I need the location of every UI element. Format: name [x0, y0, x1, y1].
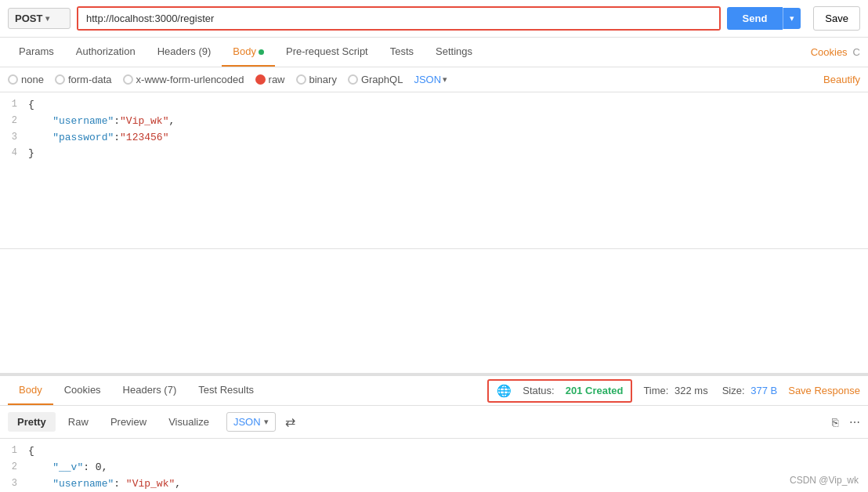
fmt-tab-raw[interactable]: Raw [59, 412, 98, 432]
res-line-3: 3 "username": "Vip_wk", [0, 476, 868, 492]
body-type-form-data[interactable]: form-data [55, 74, 112, 85]
url-input[interactable] [78, 8, 719, 29]
body-type-binary[interactable]: binary [296, 74, 337, 85]
tab-authorization[interactable]: Authorization [65, 38, 146, 67]
time-section: Time: 322 ms [632, 385, 718, 396]
req-line-2: 2 "username":"Vip_wk", [0, 114, 868, 130]
radio-urlencoded [123, 74, 133, 85]
method-label: POST [15, 13, 42, 24]
request-bar: POST ▾ Send ▾ Save [0, 0, 868, 38]
save-response-link[interactable]: Save Response [788, 385, 860, 396]
json-format-arrow: ▾ [264, 417, 269, 427]
fmt-tab-preview[interactable]: Preview [101, 412, 156, 432]
url-input-wrapper [77, 6, 721, 31]
response-section: Body Cookies Headers (7) Test Results 🌐 … [0, 374, 868, 492]
json-dropdown-icon: ▾ [443, 74, 447, 85]
tab-headers[interactable]: Headers (9) [146, 38, 222, 67]
tab-params[interactable]: Params [8, 38, 65, 67]
json-select-group[interactable]: JSON ▾ [414, 74, 447, 85]
response-tab-cookies[interactable]: Cookies [53, 376, 112, 405]
response-tab-body[interactable]: Body [8, 376, 53, 405]
body-type-bar: none form-data x-www-form-urlencoded raw… [0, 67, 868, 92]
body-type-raw[interactable]: raw [255, 74, 285, 85]
tab-body[interactable]: Body [222, 38, 275, 67]
globe-icon: 🌐 [497, 384, 512, 398]
req-line-3: 3 "password":"123456" [0, 130, 868, 147]
size-section: Size: 377 B [719, 385, 781, 396]
json-label: JSON [414, 74, 441, 85]
response-code-editor: 1 { 2 "__v": 0, 3 "username": "Vip_wk", … [0, 439, 868, 492]
radio-form-data [55, 74, 65, 85]
body-dot [259, 49, 264, 55]
body-type-none[interactable]: none [8, 74, 44, 85]
watermark: CSDN @Vip_wk [790, 475, 859, 486]
res-line-1: 1 { [0, 443, 868, 460]
method-select[interactable]: POST ▾ [8, 8, 71, 29]
method-arrow-icon: ▾ [45, 14, 49, 23]
expand-icon[interactable]: ⋯ [849, 416, 860, 429]
fmt-tab-pretty[interactable]: Pretty [8, 412, 56, 432]
radio-graphql [348, 74, 358, 85]
res-line-2: 2 "__v": 0, [0, 460, 868, 476]
editor-spacer [0, 249, 868, 374]
response-tab-test-results[interactable]: Test Results [187, 376, 265, 405]
response-tab-headers[interactable]: Headers (7) [112, 376, 188, 405]
save-button[interactable]: Save [813, 6, 860, 31]
wrap-icon[interactable]: ⇄ [285, 414, 295, 429]
send-button[interactable]: Send [727, 7, 783, 30]
fmt-tab-visualize[interactable]: Visualize [159, 412, 219, 432]
req-line-4: 4 } [0, 146, 868, 162]
tab-pre-request-script[interactable]: Pre-request Script [275, 38, 379, 67]
request-code-editor: 1 { 2 "username":"Vip_wk", 3 "password":… [0, 92, 868, 249]
response-format-bar: Pretty Raw Preview Visualize JSON ▾ ⇄ ⎘ … [0, 406, 868, 439]
radio-binary [296, 74, 306, 85]
tab-tests[interactable]: Tests [379, 38, 425, 67]
response-tab-bar: Body Cookies Headers (7) Test Results 🌐 … [0, 376, 868, 406]
json-format-select[interactable]: JSON ▾ [226, 412, 276, 432]
radio-raw [255, 74, 266, 85]
body-type-urlencoded[interactable]: x-www-form-urlencoded [123, 74, 244, 85]
status-area: 🌐 Status: 201 Created [487, 379, 632, 403]
request-tab-bar: Params Authorization Headers (9) Body Pr… [0, 38, 868, 67]
tab-settings[interactable]: Settings [425, 38, 483, 67]
cookies-c: C [852, 38, 860, 66]
send-btn-group: Send ▾ [727, 7, 801, 30]
body-type-graphql[interactable]: GraphQL [348, 74, 403, 85]
cookies-link[interactable]: Cookies [807, 38, 852, 66]
send-arrow-button[interactable]: ▾ [783, 8, 801, 29]
req-line-1: 1 { [0, 97, 868, 114]
radio-none [8, 74, 18, 85]
copy-icon[interactable]: ⎘ [832, 416, 838, 429]
beautify-link[interactable]: Beautify [823, 74, 860, 85]
